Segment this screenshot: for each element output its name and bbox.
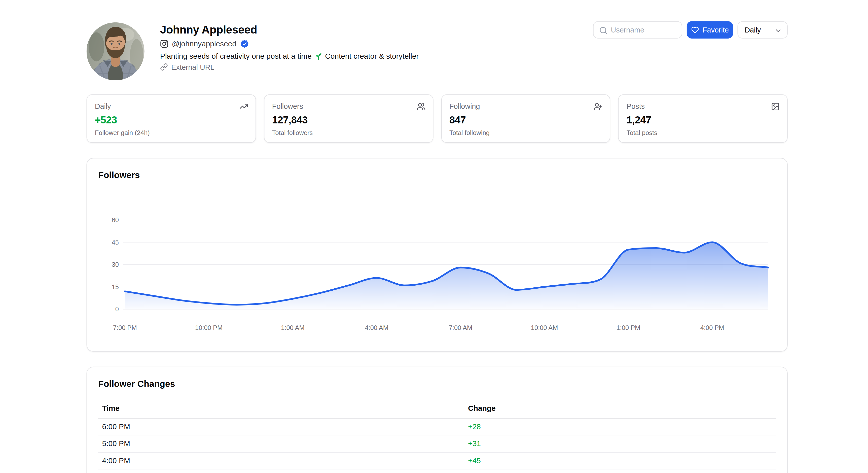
bio-text-after: Content creator & storyteller <box>325 52 418 60</box>
y-axis-tick-label: 0 <box>115 305 119 313</box>
profile-handle[interactable]: @johnnyappleseed <box>172 39 237 48</box>
stat-sublabel: Total posts <box>627 129 779 136</box>
change-cell: +45 <box>464 456 776 465</box>
link-icon <box>160 63 168 71</box>
favorite-button[interactable]: Favorite <box>687 21 733 38</box>
table-row: 6:00 PM+28 <box>98 419 776 436</box>
x-axis-tick-label: 10:00 PM <box>195 324 222 331</box>
follower-changes-card: Follower Changes Time Change 6:00 PM+285… <box>86 367 787 473</box>
username-search[interactable] <box>593 21 682 38</box>
stats-row: Daily +523 Follower gain (24h) Followers… <box>86 94 787 143</box>
image-icon <box>771 102 780 111</box>
x-axis-tick-label: 1:00 AM <box>281 324 304 331</box>
y-axis-tick-label: 60 <box>112 216 119 224</box>
verified-badge-icon <box>240 39 249 48</box>
time-cell: 4:00 PM <box>98 456 464 465</box>
table-header-row: Time Change <box>98 398 776 419</box>
search-icon <box>599 26 608 34</box>
header-controls: Favorite Daily <box>593 21 788 38</box>
user-plus-icon <box>594 102 602 111</box>
x-axis-tick-label: 7:00 AM <box>449 324 472 331</box>
y-axis-tick-label: 15 <box>112 283 119 290</box>
period-select[interactable]: Daily <box>737 21 787 38</box>
followers-chart-card: Followers 0153045607:00 PM10:00 PM1:00 A… <box>86 158 787 352</box>
stat-value: 127,843 <box>272 114 425 126</box>
favorite-button-label: Favorite <box>703 26 729 34</box>
change-cell: +31 <box>464 440 776 448</box>
instagram-icon <box>160 39 168 48</box>
stat-card-posts: Posts 1,247 Total posts <box>618 94 788 143</box>
change-cell: +28 <box>464 423 776 431</box>
x-axis-tick-label: 4:00 PM <box>700 324 724 331</box>
profile-avatar <box>86 22 144 80</box>
stat-label: Following <box>450 102 602 111</box>
external-url-label[interactable]: External URL <box>171 63 214 71</box>
stat-sublabel: Follower gain (24h) <box>95 129 248 136</box>
x-axis-tick-label: 4:00 AM <box>365 324 388 331</box>
external-url-row[interactable]: External URL <box>160 62 215 71</box>
table-title: Follower Changes <box>98 379 175 389</box>
followers-area-chart: 0153045607:00 PM10:00 PM1:00 AM4:00 AM7:… <box>87 158 788 352</box>
chevron-down-icon <box>774 27 782 34</box>
profile-handle-row: @johnnyappleseed <box>160 38 249 49</box>
time-cell: 6:00 PM <box>98 423 464 431</box>
column-header-change: Change <box>464 404 776 412</box>
table-row: 4:00 PM+45 <box>98 452 776 469</box>
stat-label: Posts <box>627 102 779 111</box>
table-row: 5:00 PM+31 <box>98 436 776 452</box>
bio-text-before: Planting seeds of creativity one post at… <box>160 52 312 60</box>
stat-value: +523 <box>95 114 248 126</box>
stat-card-followers: Followers 127,843 Total followers <box>264 94 433 143</box>
avatar-photo-placeholder <box>86 22 144 80</box>
dashboard-page: Johnny Appleseed @johnnyappleseed Planti… <box>0 0 868 473</box>
heart-icon <box>691 26 699 34</box>
users-icon <box>416 102 425 111</box>
search-input[interactable] <box>611 22 680 38</box>
x-axis-tick-label: 10:00 AM <box>531 324 558 331</box>
seedling-icon <box>314 52 322 60</box>
stat-value: 1,247 <box>627 114 779 126</box>
stat-value: 847 <box>450 114 602 126</box>
x-axis-tick-labels: 7:00 PM10:00 PM1:00 AM4:00 AM7:00 AM10:0… <box>113 324 724 331</box>
column-header-time: Time <box>98 404 464 412</box>
period-select-value: Daily <box>745 26 761 34</box>
x-axis-tick-label: 1:00 PM <box>616 324 640 331</box>
stat-label: Followers <box>272 102 425 111</box>
trending-up-icon <box>239 102 248 111</box>
profile-bio: Planting seeds of creativity one post at… <box>160 51 419 61</box>
stat-card-daily: Daily +523 Follower gain (24h) <box>86 94 256 143</box>
time-cell: 5:00 PM <box>98 440 464 448</box>
stat-label: Daily <box>95 102 248 111</box>
y-axis-tick-label: 45 <box>112 239 119 246</box>
follower-changes-table: Time Change 6:00 PM+285:00 PM+314:00 PM+… <box>98 398 776 469</box>
table-body: 6:00 PM+285:00 PM+314:00 PM+45 <box>98 419 776 469</box>
followers-area <box>125 242 768 309</box>
x-axis-tick-label: 7:00 PM <box>113 324 137 331</box>
stat-sublabel: Total followers <box>272 129 425 136</box>
profile-name: Johnny Appleseed <box>160 23 257 36</box>
y-axis-tick-label: 30 <box>112 261 119 268</box>
stat-sublabel: Total following <box>450 129 602 136</box>
stat-card-following: Following 847 Total following <box>441 94 611 143</box>
